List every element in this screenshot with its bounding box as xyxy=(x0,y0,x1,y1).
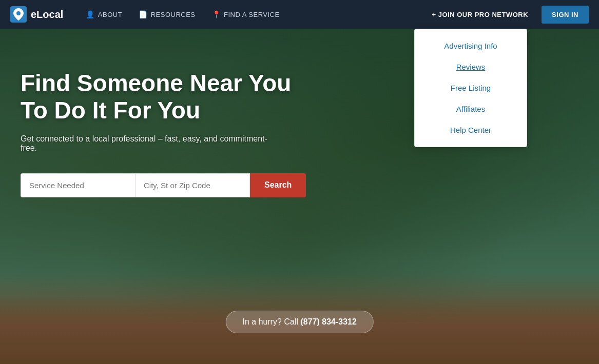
nav-find-service[interactable]: 📍 FIND A SERVICE xyxy=(205,6,287,23)
logo-icon xyxy=(10,6,27,23)
svg-point-1 xyxy=(16,11,21,15)
phone-number: (877) 834-3312 xyxy=(300,317,356,326)
search-button-label: Search xyxy=(264,180,292,189)
logo[interactable]: eLocal xyxy=(10,6,63,23)
phone-strip: In a hurry? Call (877) 834-3312 xyxy=(225,311,373,333)
reviews-label: Reviews xyxy=(456,63,486,71)
navbar: eLocal 👤 ABOUT 📄 RESOURCES 📍 FIND A SERV… xyxy=(0,0,599,29)
signin-label: SIGN IN xyxy=(552,11,578,18)
search-bar: Search xyxy=(21,173,308,197)
resources-icon: 📄 xyxy=(139,10,148,18)
hero-subtitle: Get connected to a local professional – … xyxy=(21,134,277,153)
hero-title-line2: To Do It For You xyxy=(21,97,200,124)
search-button[interactable]: Search xyxy=(250,173,306,197)
logo-text: eLocal xyxy=(31,9,63,21)
service-input[interactable] xyxy=(21,173,135,197)
resources-label: RESOURCES xyxy=(151,11,196,18)
hero-title: Find Someone Near You To Do It For You xyxy=(21,70,329,124)
free-listing-label: Free Listing xyxy=(451,84,491,92)
nav-right: + JOIN OUR PRO NETWORK SIGN IN xyxy=(423,6,589,24)
dropdown-reviews[interactable]: Reviews xyxy=(415,56,527,77)
about-icon: 👤 xyxy=(86,10,95,18)
dropdown-affiliates[interactable]: Affiliates xyxy=(415,98,527,119)
dropdown-free-listing[interactable]: Free Listing xyxy=(415,77,527,98)
find-service-label: FIND A SERVICE xyxy=(224,11,280,18)
dropdown-help-center[interactable]: Help Center xyxy=(415,119,527,140)
help-center-label: Help Center xyxy=(450,126,491,134)
dropdown-advertising[interactable]: Advertising Info xyxy=(415,35,527,56)
affiliates-label: Affiliates xyxy=(456,105,485,113)
hero-title-line1: Find Someone Near You xyxy=(21,70,291,96)
nav-links: 👤 ABOUT 📄 RESOURCES 📍 FIND A SERVICE xyxy=(79,6,423,23)
advertising-label: Advertising Info xyxy=(444,42,497,50)
location-input[interactable] xyxy=(135,173,250,197)
phone-text: In a hurry? Call xyxy=(242,317,300,326)
about-label: ABOUT xyxy=(98,11,122,18)
join-pro-network-button[interactable]: + JOIN OUR PRO NETWORK xyxy=(423,7,536,23)
join-label: + JOIN OUR PRO NETWORK xyxy=(432,11,528,18)
dropdown-menu: Advertising Info Reviews Free Listing Af… xyxy=(414,29,527,147)
nav-resources[interactable]: 📄 RESOURCES xyxy=(131,6,202,23)
signin-button[interactable]: SIGN IN xyxy=(542,6,589,24)
nav-about[interactable]: 👤 ABOUT xyxy=(79,6,129,23)
find-service-icon: 📍 xyxy=(212,10,221,18)
